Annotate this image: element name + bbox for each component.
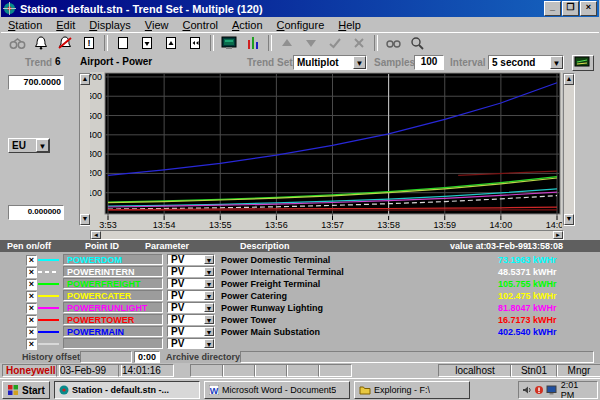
scroll-up-icon[interactable]: ▲ — [564, 74, 574, 85]
point-id-field[interactable]: POWERINTERN — [63, 266, 163, 277]
trend-set-select[interactable]: Multiplot ▼ — [293, 55, 367, 70]
scroll-right-icon[interactable]: ► — [553, 231, 563, 239]
pen-checkbox[interactable]: × — [26, 315, 37, 326]
page-icon[interactable] — [111, 34, 135, 52]
pen-checkbox[interactable]: × — [26, 291, 37, 302]
scale-min-field[interactable]: 0.000000 — [8, 205, 64, 220]
plot-right-scrollbar[interactable]: ▲ ▼ — [563, 73, 575, 226]
status-bar: Honeywell 03-Feb-99 14:01:16 localhost S… — [0, 363, 600, 377]
pen-checkbox[interactable]: × — [26, 267, 37, 278]
menu-configure[interactable]: Configure — [270, 18, 332, 32]
trend-display-button[interactable] — [572, 55, 594, 71]
bell-icon[interactable] — [29, 34, 53, 52]
history-offset-value[interactable]: 0:00 — [134, 351, 160, 363]
cancel-icon[interactable] — [347, 34, 371, 52]
chevron-down-icon[interactable]: ▼ — [550, 56, 563, 69]
header-date: 03-Feb-99 — [486, 241, 528, 251]
pen-checkbox[interactable]: × — [26, 327, 37, 338]
parameter-select[interactable]: PV▼ — [167, 314, 215, 325]
header-time: 13:58:08 — [527, 241, 563, 251]
up-arrow-icon[interactable] — [275, 34, 299, 52]
chevron-down-icon[interactable]: ▼ — [204, 291, 214, 300]
bell-off-icon[interactable] — [53, 34, 77, 52]
pen-checkbox[interactable]: × — [26, 279, 37, 290]
menu-station[interactable]: Station — [1, 18, 49, 32]
menu-edit[interactable]: Edit — [49, 18, 82, 32]
alarm-page-icon[interactable]: ! — [77, 34, 101, 52]
scroll-down-icon[interactable]: ▼ — [564, 214, 574, 225]
interval-select[interactable]: 5 second ▼ — [488, 55, 564, 70]
task-station[interactable]: Station - default.stn -... — [54, 381, 200, 399]
start-button[interactable]: Start — [2, 381, 50, 399]
parameter-select[interactable]: PV▼ — [167, 302, 215, 313]
point-id-field[interactable]: POWERMAIN — [63, 326, 163, 337]
point-id-field[interactable] — [63, 338, 163, 349]
menu-displays[interactable]: Displays — [82, 18, 138, 32]
chevron-down-icon[interactable]: ▼ — [204, 327, 214, 336]
pen-checkbox[interactable]: × — [26, 255, 37, 266]
point-id-field[interactable]: POWERRUNLIGHT — [63, 302, 163, 313]
table-row: × POWERCATER PV▼ Power Catering 102.475 … — [0, 290, 600, 302]
menu-action[interactable]: Action — [225, 18, 270, 32]
chevron-down-icon[interactable]: ▼ — [204, 255, 214, 264]
table-row: × POWERINTERN PV▼ Power International Te… — [0, 266, 600, 278]
header-description: Description — [240, 241, 290, 251]
point-id-field[interactable]: POWERDOM — [63, 254, 163, 265]
description-label: Power Freight Terminal — [221, 279, 320, 289]
chevron-down-icon[interactable]: ▼ — [204, 279, 214, 288]
scroll-down-icon[interactable]: ▼ — [80, 214, 90, 225]
parameter-select[interactable]: PV▼ — [167, 254, 215, 265]
description-label: Power Tower — [221, 315, 276, 325]
title-bar[interactable]: Station - default.stn - Trend Set - Mult… — [1, 0, 599, 17]
chevron-down-icon[interactable]: ▼ — [353, 56, 366, 69]
trend-bars-icon[interactable] — [241, 34, 265, 52]
display-icon[interactable] — [217, 34, 241, 52]
chevron-down-icon[interactable]: ▼ — [204, 303, 214, 312]
minimize-button[interactable]: _ — [544, 1, 561, 16]
task-word[interactable]: W Microsoft Word - Document5 — [204, 381, 350, 399]
task-explorer[interactable]: Exploring - F:\ — [354, 381, 470, 399]
maximize-button[interactable]: ❐ — [562, 1, 579, 16]
chevron-down-icon[interactable]: ▼ — [204, 315, 214, 324]
archive-directory-field[interactable] — [240, 351, 594, 363]
menu-view[interactable]: View — [138, 18, 176, 32]
page-down-icon[interactable] — [135, 34, 159, 52]
parameter-select[interactable]: PV▼ — [167, 266, 215, 277]
menu-help[interactable]: Help — [331, 18, 368, 32]
alert-tray-icon[interactable] — [534, 385, 544, 395]
chevron-down-icon[interactable]: ▼ — [204, 339, 214, 348]
scale-max-field[interactable]: 700.0000 — [8, 75, 64, 90]
parameter-select[interactable]: PV▼ — [167, 338, 215, 349]
trend-set-label: Trend Set — [247, 57, 293, 68]
accept-icon[interactable] — [323, 34, 347, 52]
point-id-field[interactable]: POWERFREIGHT — [63, 278, 163, 289]
pen-checkbox[interactable]: × — [26, 303, 37, 314]
zoom-icon[interactable] — [405, 34, 429, 52]
page-first-icon[interactable] — [183, 34, 207, 52]
parameter-select[interactable]: PV▼ — [167, 278, 215, 289]
view-icon[interactable] — [381, 34, 405, 52]
pen-checkbox[interactable]: × — [26, 339, 37, 350]
scroll-up-icon[interactable]: ▲ — [80, 74, 90, 85]
windows-logo-icon — [7, 384, 19, 396]
display-tray-icon[interactable] — [546, 385, 557, 395]
chart-horizontal-scrollbar[interactable]: ◄ ► — [90, 230, 564, 240]
close-button[interactable]: × — [580, 1, 597, 16]
scroll-left-icon[interactable]: ◄ — [91, 231, 101, 239]
point-id-field[interactable]: POWERCATER — [63, 290, 163, 301]
samples-input[interactable]: 100 — [414, 55, 444, 70]
parameter-select[interactable]: PV▼ — [167, 326, 215, 337]
binoculars-icon[interactable] — [5, 34, 29, 52]
trend-plot[interactable]: 1002003004005006007003:5313:5413:5513:56… — [90, 72, 562, 230]
menu-control[interactable]: Control — [175, 18, 224, 32]
speaker-icon[interactable] — [522, 385, 532, 395]
point-id-field[interactable]: POWERTOWER — [63, 314, 163, 325]
page-up-icon[interactable] — [159, 34, 183, 52]
history-offset-field[interactable] — [80, 351, 132, 363]
down-arrow-icon[interactable] — [299, 34, 323, 52]
eu-select[interactable]: EU ▼ — [8, 138, 50, 153]
chevron-down-icon[interactable]: ▼ — [204, 267, 214, 276]
trend-label: Trend — [25, 57, 52, 68]
chevron-down-icon[interactable]: ▼ — [36, 139, 49, 152]
parameter-select[interactable]: PV▼ — [167, 290, 215, 301]
